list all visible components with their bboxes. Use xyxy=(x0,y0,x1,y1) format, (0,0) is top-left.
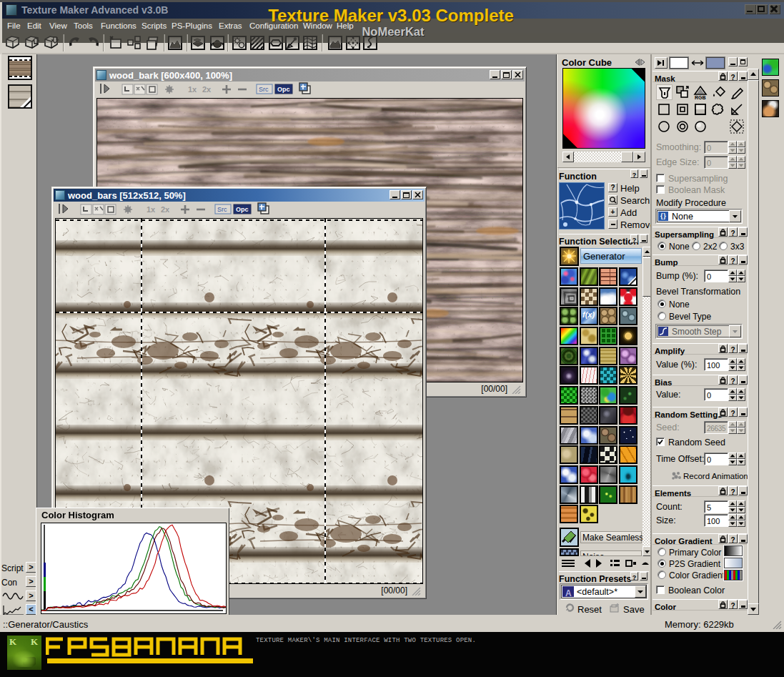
svg-text:1x: 1x xyxy=(147,205,156,214)
svg-text:2x: 2x xyxy=(202,85,212,94)
svg-text:Opc: Opc xyxy=(236,206,249,213)
svg-text:Src: Src xyxy=(259,86,269,93)
svg-text:Opc: Opc xyxy=(277,86,290,93)
svg-text:2x: 2x xyxy=(161,205,170,214)
svg-text:1x: 1x xyxy=(188,85,197,94)
svg-text:RGB: RGB xyxy=(695,95,706,100)
svg-text:Src: Src xyxy=(217,206,227,213)
